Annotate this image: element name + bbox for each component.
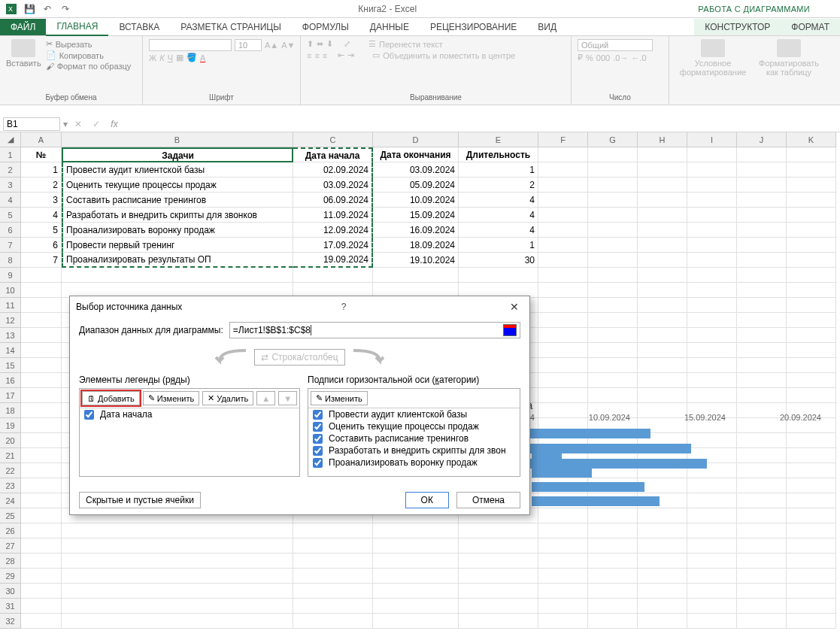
category-item[interactable]: Составить расписание тренингов — [308, 432, 520, 444]
cell[interactable] — [293, 554, 373, 569]
cell[interactable] — [737, 223, 787, 238]
orientation-icon[interactable]: ⤢ — [344, 39, 350, 49]
cell[interactable] — [588, 177, 638, 193]
cell[interactable] — [293, 268, 373, 283]
cell[interactable]: 4 — [459, 223, 538, 238]
cell[interactable] — [459, 268, 538, 283]
cell[interactable]: 06.09.2024 — [293, 193, 373, 208]
align-top-icon[interactable]: ⬆ — [307, 39, 314, 49]
row-header[interactable]: 30 — [0, 584, 21, 599]
row-header[interactable]: 22 — [0, 463, 21, 478]
cell[interactable] — [687, 569, 737, 584]
cell[interactable] — [588, 599, 638, 614]
cell[interactable] — [538, 238, 588, 253]
cell[interactable]: 10.09.2024 — [373, 193, 459, 208]
cell[interactable] — [21, 298, 62, 313]
cell[interactable] — [538, 523, 588, 538]
cell[interactable]: 2 — [21, 177, 62, 193]
cell[interactable]: 30 — [459, 253, 538, 268]
tab-file[interactable]: ФАЙЛ — [0, 19, 46, 35]
cell[interactable] — [459, 569, 538, 584]
cell[interactable] — [21, 584, 62, 599]
hidden-empty-cells-button[interactable]: Скрытые и пустые ячейки — [79, 492, 201, 508]
row-header[interactable]: 14 — [0, 343, 21, 358]
cell[interactable] — [373, 599, 459, 614]
cell[interactable] — [638, 147, 687, 162]
row-header[interactable]: 29 — [0, 569, 21, 584]
grow-font-icon[interactable]: A▲ — [265, 41, 278, 50]
cell[interactable] — [638, 584, 687, 599]
cell[interactable] — [737, 298, 787, 313]
cell[interactable]: 15.09.2024 — [373, 208, 459, 223]
cell[interactable] — [588, 554, 638, 569]
cell[interactable] — [687, 223, 737, 238]
cell[interactable] — [588, 283, 638, 298]
cell[interactable] — [687, 358, 737, 373]
cell[interactable] — [21, 538, 62, 554]
range-selector-icon[interactable] — [503, 324, 517, 336]
cell[interactable]: 03.09.2024 — [293, 177, 373, 193]
cell[interactable] — [459, 614, 538, 629]
cell-active[interactable]: Задачи — [62, 147, 293, 162]
tab-page-layout[interactable]: РАЗМЕТКА СТРАНИЦЫ — [170, 19, 292, 35]
cell[interactable] — [737, 147, 787, 162]
col-header-g[interactable]: G — [588, 132, 638, 147]
tab-review[interactable]: РЕЦЕНЗИРОВАНИЕ — [420, 19, 527, 35]
cell[interactable] — [638, 193, 687, 208]
cell[interactable] — [62, 554, 293, 569]
fx-icon[interactable]: fx — [107, 117, 122, 131]
cell[interactable] — [588, 268, 638, 283]
cell[interactable] — [787, 584, 836, 599]
cell[interactable] — [538, 599, 588, 614]
row-header[interactable]: 21 — [0, 448, 21, 463]
cell[interactable] — [459, 523, 538, 538]
cell[interactable]: 2 — [459, 177, 538, 193]
cell[interactable] — [787, 208, 836, 223]
cell[interactable] — [787, 283, 836, 298]
select-all-corner[interactable]: ◢ — [0, 132, 21, 147]
cell[interactable] — [638, 208, 687, 223]
cell[interactable] — [588, 298, 638, 313]
cell[interactable] — [62, 523, 293, 538]
cell[interactable]: 19.09.2024 — [293, 253, 373, 268]
underline-button[interactable]: Ч — [168, 53, 173, 62]
cell[interactable] — [737, 614, 787, 629]
cell[interactable] — [588, 523, 638, 538]
cell[interactable] — [787, 268, 836, 283]
cell[interactable]: 18.09.2024 — [373, 238, 459, 253]
cell[interactable] — [787, 538, 836, 554]
cell[interactable] — [21, 373, 62, 388]
percent-icon[interactable]: % — [586, 53, 593, 62]
cell[interactable] — [638, 253, 687, 268]
row-header[interactable]: 4 — [0, 193, 21, 208]
cell[interactable] — [62, 614, 293, 629]
decrease-decimal-icon[interactable]: ←.0 — [631, 53, 646, 62]
bold-button[interactable]: Ж — [149, 53, 156, 62]
cell[interactable] — [638, 328, 687, 343]
row-header[interactable]: 31 — [0, 599, 21, 614]
chart-data-range-input[interactable]: =Лист1!$B$1:$C$8 — [229, 322, 520, 338]
cell[interactable] — [21, 313, 62, 328]
format-painter-button[interactable]: 🖌Формат по образцу — [46, 62, 132, 71]
cell[interactable] — [588, 373, 638, 388]
cell[interactable] — [588, 238, 638, 253]
cell[interactable]: 03.09.2024 — [373, 162, 459, 177]
cell[interactable] — [687, 147, 737, 162]
cell[interactable] — [737, 523, 787, 538]
cell[interactable] — [687, 478, 737, 493]
row-header[interactable]: 15 — [0, 358, 21, 373]
cell[interactable]: № — [21, 147, 62, 162]
cell[interactable] — [638, 283, 687, 298]
cell[interactable] — [737, 508, 787, 523]
cell[interactable] — [638, 523, 687, 538]
cell[interactable]: Проанализировать воронку продаж — [62, 223, 293, 238]
cell[interactable]: 3 — [21, 193, 62, 208]
fill-color-button[interactable]: 🪣 — [186, 53, 197, 62]
category-checkbox[interactable] — [313, 434, 323, 444]
cell[interactable]: 12.09.2024 — [293, 223, 373, 238]
cell[interactable] — [787, 478, 836, 493]
move-down-button[interactable]: ▼ — [278, 391, 297, 405]
cell[interactable] — [588, 614, 638, 629]
edit-series-button[interactable]: ✎Изменить — [143, 391, 200, 405]
cell[interactable] — [787, 162, 836, 177]
